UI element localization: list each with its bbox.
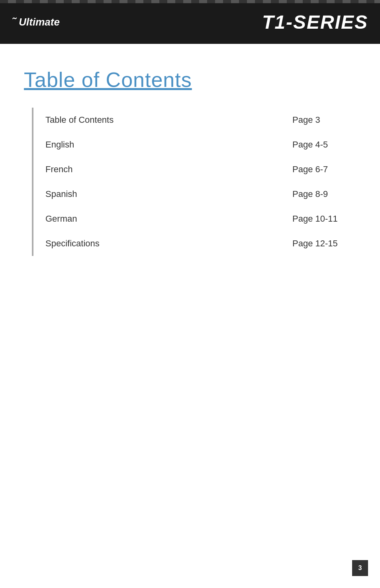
toc-item-name: Specifications <box>45 238 100 249</box>
toc-item-page: Page 4-5 <box>292 140 356 150</box>
toc-item: FrenchPage 6-7 <box>45 157 356 182</box>
toc-item-page: Page 8-9 <box>292 189 356 199</box>
page-number: 3 <box>358 564 362 572</box>
toc-item: SpanishPage 8-9 <box>45 182 356 206</box>
toc-item-name: Spanish <box>45 189 77 199</box>
toc-item-name: English <box>45 140 74 150</box>
toc-item-page: Page 3 <box>292 115 356 125</box>
logo-area: ˜ Ultimate <box>12 16 60 28</box>
toc-item: EnglishPage 4-5 <box>45 132 356 157</box>
toc-item-page: Page 10-11 <box>292 214 356 224</box>
toc-item-page: Page 12-15 <box>292 238 356 249</box>
toc-item: GermanPage 10-11 <box>45 206 356 231</box>
main-content: Table of Contents Table of ContentsPage … <box>0 44 380 280</box>
product-title: T1-SERIES <box>262 11 368 33</box>
logo-text: Ultimate <box>19 16 60 28</box>
page-number-badge: 3 <box>352 560 368 576</box>
toc-list: Table of ContentsPage 3EnglishPage 4-5Fr… <box>32 108 356 256</box>
toc-item: SpecificationsPage 12-15 <box>45 231 356 256</box>
logo-icon: ˜ <box>12 16 16 28</box>
toc-item: Table of ContentsPage 3 <box>45 108 356 132</box>
toc-heading: Table of Contents <box>24 68 356 92</box>
toc-item-name: Table of Contents <box>45 115 114 125</box>
toc-item-name: French <box>45 164 72 175</box>
toc-item-name: German <box>45 214 77 224</box>
header: ˜ Ultimate T1-SERIES <box>0 0 380 44</box>
toc-item-page: Page 6-7 <box>292 164 356 175</box>
